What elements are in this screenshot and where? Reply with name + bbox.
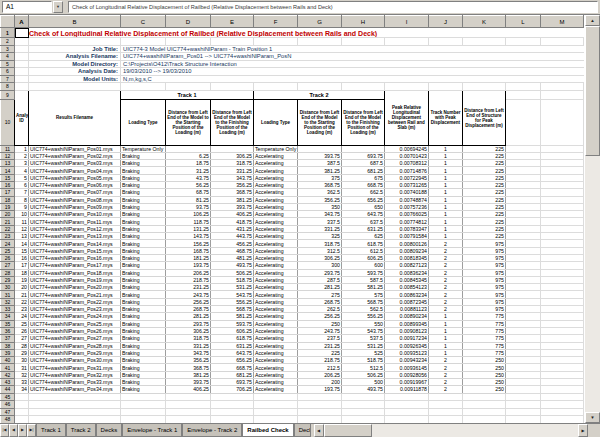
cell[interactable]: 1 (429, 160, 463, 167)
cell[interactable]: 1 (429, 342, 463, 349)
cell[interactable]: UIC774+washiNlParam_Pos20.mys (29, 284, 121, 291)
cell[interactable] (254, 38, 298, 46)
cell[interactable]: 531.25 (342, 342, 385, 349)
cell[interactable] (541, 240, 584, 247)
row-header-13[interactable]: 13 (1, 160, 15, 167)
cell[interactable] (506, 167, 541, 174)
cell[interactable]: Braking (121, 298, 166, 305)
row-header-22[interactable]: 22 (1, 225, 15, 232)
row-header-38[interactable]: 38 (1, 342, 15, 349)
previous-sheet-button[interactable]: ◀ (9, 424, 18, 437)
cell[interactable]: UIC774+washiNlParam_Pos25.mys (29, 320, 121, 327)
cell[interactable] (211, 83, 254, 91)
cell[interactable] (254, 408, 298, 416)
cell[interactable]: Accelerating (254, 247, 298, 254)
row-header-6[interactable]: 6 (1, 68, 15, 76)
cell[interactable]: 21 (15, 291, 29, 298)
cell[interactable]: 575 (342, 291, 385, 298)
row-header-26[interactable]: 26 (1, 254, 15, 261)
cell[interactable]: 118.75 (166, 218, 211, 225)
cell[interactable]: UIC774+washiNlParam_Pos12.mys (29, 225, 121, 232)
cell[interactable]: 975 (463, 298, 506, 305)
cell[interactable]: 593.75 (342, 269, 385, 276)
cell[interactable] (506, 181, 541, 188)
cell[interactable] (506, 90, 541, 99)
cell[interactable]: 975 (463, 262, 506, 269)
column-header-I[interactable]: I (385, 16, 429, 28)
cell[interactable] (211, 145, 254, 152)
row-header-39[interactable]: 39 (1, 349, 15, 356)
sheet-tab-decks[interactable]: Decks (96, 424, 123, 437)
cell[interactable]: 1 (15, 145, 29, 152)
cell[interactable]: 33 (15, 379, 29, 386)
row-header-34[interactable]: 34 (1, 313, 15, 320)
cell[interactable]: UIC774+washiNlParam_Pos22.mys (29, 298, 121, 305)
cell[interactable]: 393.75 (166, 379, 211, 386)
cell[interactable]: 343.75 (298, 211, 342, 218)
cell[interactable]: 500 (342, 379, 385, 386)
cell[interactable] (211, 408, 254, 416)
cell[interactable] (463, 393, 506, 401)
row-header-45[interactable]: 45 (1, 393, 15, 401)
row-header-18[interactable]: 18 (1, 196, 15, 203)
cell[interactable]: Temperature Only (121, 145, 166, 152)
cell[interactable] (506, 342, 541, 349)
cell[interactable]: 631.25 (211, 342, 254, 349)
cell[interactable]: 693.75 (211, 379, 254, 386)
cell[interactable]: 306.25 (298, 254, 342, 261)
cell[interactable]: 443.75 (211, 233, 254, 240)
meta-value-3[interactable]: UIC774-3 Model UIC774+washiNlParam - Tra… (121, 45, 584, 53)
cell[interactable]: 0.00908123 (385, 327, 429, 334)
cell[interactable] (121, 401, 166, 409)
cell[interactable]: 1 (429, 349, 463, 356)
cell[interactable] (506, 416, 541, 423)
cell[interactable]: 268.75 (166, 306, 211, 313)
cell[interactable]: Braking (121, 269, 166, 276)
cell[interactable] (506, 357, 541, 364)
cell[interactable]: Accelerating (254, 218, 298, 225)
cell[interactable]: 262.5 (298, 306, 342, 313)
row-header-32[interactable]: 32 (1, 298, 15, 305)
cell[interactable]: UIC774+washiNlParam_Pos14.mys (29, 240, 121, 247)
cell[interactable] (541, 327, 584, 334)
cell[interactable]: 668.75 (342, 181, 385, 188)
cell[interactable]: 975 (463, 254, 506, 261)
cell[interactable]: 775 (463, 342, 506, 349)
cell[interactable]: UIC774+washiNlParam_Pos17.mys (29, 262, 121, 269)
cell[interactable] (541, 160, 584, 167)
cell[interactable]: 0.00919967 (385, 379, 429, 386)
cell[interactable] (29, 416, 121, 423)
cell[interactable]: 368.75 (211, 189, 254, 196)
meta-label-7[interactable]: Model Units: (29, 75, 121, 83)
column-header-L[interactable]: L (506, 16, 541, 28)
cell[interactable]: Accelerating (254, 240, 298, 247)
row-header-42[interactable]: 42 (1, 371, 15, 378)
cell[interactable] (541, 342, 584, 349)
sheet-tab-track-2[interactable]: Track 2 (66, 424, 96, 437)
cell[interactable]: 293.75 (166, 320, 211, 327)
cell[interactable]: 106.25 (166, 211, 211, 218)
cell[interactable]: 281.25 (166, 313, 211, 320)
cell[interactable] (211, 401, 254, 409)
cell[interactable]: 268.75 (298, 298, 342, 305)
cell[interactable] (541, 218, 584, 225)
cell[interactable]: 225 (463, 152, 506, 159)
cell[interactable]: 975 (463, 269, 506, 276)
cell[interactable] (15, 75, 29, 83)
cell[interactable]: 606.25 (342, 254, 385, 261)
cell[interactable] (429, 393, 463, 401)
select-all-corner[interactable] (1, 16, 15, 28)
row-header-19[interactable]: 19 (1, 203, 15, 210)
cell[interactable]: 225 (463, 189, 506, 196)
cell[interactable]: Braking (121, 196, 166, 203)
cell[interactable] (506, 99, 541, 145)
header-column[interactable]: Distance from Left End of the Model to t… (166, 99, 211, 145)
horizontal-scroll-thumb[interactable] (324, 424, 372, 437)
cell[interactable] (541, 408, 584, 416)
row-header-33[interactable]: 33 (1, 306, 15, 313)
cell[interactable] (15, 45, 29, 53)
cell[interactable]: 556.25 (342, 313, 385, 320)
cell[interactable]: 393.75 (211, 203, 254, 210)
cell[interactable]: 281.25 (298, 284, 342, 291)
row-header-41[interactable]: 41 (1, 364, 15, 371)
